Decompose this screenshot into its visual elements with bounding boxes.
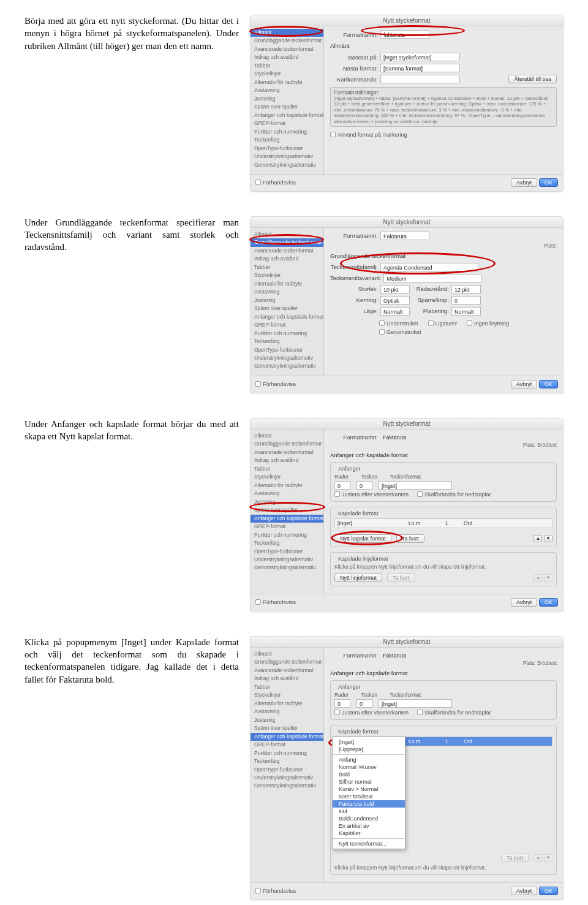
new-nested-button[interactable]: Nytt kapslat format: [334, 534, 391, 543]
down-button[interactable]: ▼: [544, 535, 552, 542]
nested-style-row[interactable]: [Inget] t.o.m. 1 Ord: [334, 518, 552, 528]
popup-item[interactable]: Normal >Kursiv: [333, 763, 405, 771]
paragraph-2: Under Grundläggande teckenformat specifi…: [24, 216, 239, 254]
up-button[interactable]: ▲: [533, 535, 542, 542]
new-line-button[interactable]: Nytt linjeformat: [334, 574, 382, 582]
dialog-1: Nytt styckeformat Allmänt Grundläggande …: [250, 15, 564, 192]
popup-item[interactable]: Kapitäler: [333, 830, 405, 837]
popup-item[interactable]: slut: [333, 808, 405, 815]
section-allmant: Allmänt: [330, 42, 557, 49]
popup-item[interactable]: Siffror normal: [333, 778, 405, 786]
popup-item-selected[interactable]: Faktaruta bold: [333, 800, 405, 808]
sidebar[interactable]: Allmänt Grundläggande teckenformat Avanc…: [251, 26, 324, 174]
preview-checkbox-label: Förhandsvisa: [263, 180, 296, 186]
sidebar-item-allmant[interactable]: Allmänt: [251, 29, 323, 37]
font-family-select[interactable]: Agenda Condensed: [380, 263, 478, 271]
kort-input[interactable]: [380, 75, 460, 83]
settings-body: [Inget styckeformat] + nästa: [Samma for…: [334, 96, 553, 124]
popup-item[interactable]: noter brödtext: [333, 793, 405, 800]
baserat-select[interactable]: [Inget styckeformat]: [380, 53, 460, 61]
dialog-2: Nytt styckeformat Allmänt Grundläggande …: [250, 216, 564, 393]
sidebar-item-grundlaggande[interactable]: Grundläggande teckenformat: [251, 238, 323, 246]
popup-item[interactable]: En artikel av: [333, 822, 405, 830]
popup-item[interactable]: Bold: [333, 771, 405, 778]
dialog-title: Nytt styckeformat: [251, 15, 563, 26]
apply-checkbox-label: Använd format på markering: [337, 132, 407, 138]
popup-item[interactable]: Kursiv > Normal: [333, 786, 405, 793]
formatname-label: Formatnamn:: [330, 31, 378, 38]
paragraph-3: Under Anfanger och kapslade format börja…: [24, 418, 239, 443]
popup-item[interactable]: [Inget]: [333, 738, 405, 746]
paragraph-1: Börja med att göra ett nytt styckeformat…: [24, 15, 239, 52]
popup-item[interactable]: [Upprepa]: [333, 746, 405, 753]
popup-item-new[interactable]: Nytt teckenformat...: [333, 840, 405, 847]
cancel-button[interactable]: Avbryt: [511, 178, 537, 187]
font-variant-select[interactable]: Medium: [383, 274, 481, 282]
dialog-3: Nytt styckeformat Allmänt Grundläggande …: [250, 418, 564, 612]
delete-button[interactable]: Ta bort: [396, 534, 424, 543]
formatname-input[interactable]: faktaruta: [380, 30, 429, 39]
settings-head: Formatinställningar:: [334, 89, 553, 96]
dialog-4: Nytt styckeformat Allmänt Grundläggande …: [250, 636, 564, 900]
sidebar-item-anfanger[interactable]: Anfanger och kapslade format: [251, 515, 323, 523]
paragraph-4: Klicka på popupmenym [Inget] under Kapsl…: [24, 636, 239, 686]
char-format-popup[interactable]: [Inget] [Upprepa] Anfang Normal >Kursiv …: [332, 736, 405, 849]
nasta-select[interactable]: [Samma format]: [380, 64, 460, 72]
reset-button[interactable]: Återställ till bas: [508, 75, 557, 83]
popup-item[interactable]: BoldCondensed: [333, 815, 405, 822]
popup-item[interactable]: Anfang: [333, 756, 405, 763]
ok-button[interactable]: OK: [539, 178, 558, 187]
